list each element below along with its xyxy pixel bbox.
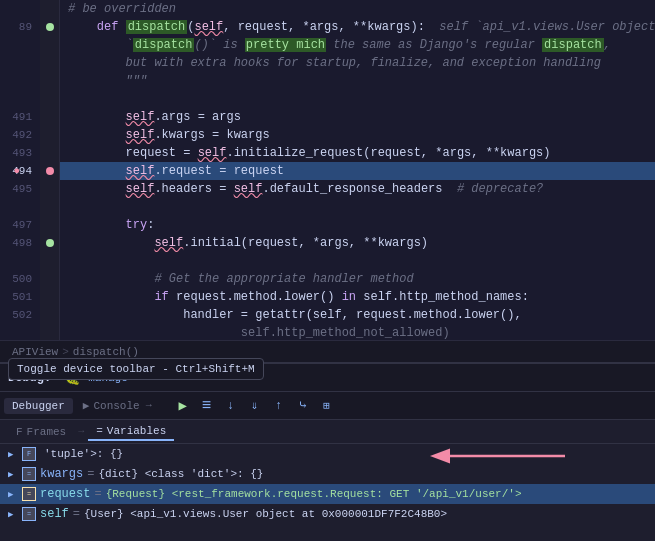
var-eq: = (94, 487, 101, 501)
variable-row-request[interactable]: ▶ = request = {Request} <rest_framework.… (0, 484, 655, 504)
gutter (40, 72, 60, 90)
gutter (40, 324, 60, 340)
force-step-into-button[interactable]: ⇓ (244, 395, 266, 417)
breadcrumb-sep: > (62, 346, 69, 358)
line-number: 498 (0, 234, 40, 252)
editor-area: # be overridden 89 def dispatch(self, re… (0, 0, 655, 340)
code-content (60, 252, 655, 270)
gutter-dot (46, 239, 54, 247)
variables-label: Variables (107, 425, 166, 437)
breadcrumb-class: APIView (12, 346, 58, 358)
console-icon: ▶ (83, 399, 90, 412)
line-number: 491 (0, 108, 40, 126)
code-line (0, 198, 655, 216)
code-line: 501 if request.method.lower() in self.ht… (0, 288, 655, 306)
code-line: but with extra hooks for startup, finali… (0, 54, 655, 72)
frames-panel-tab[interactable]: F Frames (8, 424, 74, 440)
code-content: self.headers = self.default_response_hea… (60, 180, 655, 198)
arrow-right: → (78, 426, 84, 437)
line-number: 494 (0, 162, 40, 180)
line-number (0, 324, 40, 340)
gutter (40, 90, 60, 108)
variables-icon: = (96, 425, 103, 437)
tooltip-text: Toggle device toolbar - Ctrl+Shift+M (17, 363, 255, 375)
code-line (0, 252, 655, 270)
line-number (0, 90, 40, 108)
variable-row[interactable]: ▶ = kwargs = {dict} <class 'dict'>: {} (0, 464, 655, 484)
gutter (40, 306, 60, 324)
debug-panel-tabs: F Frames → = Variables (0, 420, 655, 444)
line-number (0, 36, 40, 54)
code-line: 492 self.kwargs = kwargs (0, 126, 655, 144)
line-number: 500 (0, 270, 40, 288)
code-content: `dispatch()` is pretty mich the same as … (60, 36, 655, 54)
code-line: self.http_method_not_allowed) (0, 324, 655, 340)
gutter (40, 270, 60, 288)
gutter (40, 54, 60, 72)
code-line: 493 request = self.initialize_request(re… (0, 144, 655, 162)
var-type-icon: F (22, 447, 36, 461)
gutter (40, 162, 60, 180)
code-content: self.initial(request, *args, **kwargs) (60, 234, 655, 252)
code-content: """ (60, 72, 655, 90)
line-number (0, 0, 40, 18)
gutter (40, 216, 60, 234)
code-content: # be overridden (60, 0, 655, 18)
code-line: 491 self.args = args (0, 108, 655, 126)
code-line: # be overridden (0, 0, 655, 18)
console-tab-label: Console (93, 400, 139, 412)
var-eq: = (87, 467, 94, 481)
run-to-cursor-button[interactable]: ⤷ (292, 395, 314, 417)
code-content: def dispatch(self, request, *args, **kwa… (60, 18, 655, 36)
resume-button[interactable]: ▶ (172, 395, 194, 417)
debug-panel: Debug: 🐛 manage × Debugger ▶ Console → ▶… (0, 362, 655, 541)
step-over-button[interactable]: ≡ (196, 395, 218, 417)
code-content: try: (60, 216, 655, 234)
code-content: self.kwargs = kwargs (60, 126, 655, 144)
expand-arrow[interactable]: ▶ (8, 509, 22, 520)
line-number: 497 (0, 216, 40, 234)
code-line: 498 self.initial(request, *args, **kwarg… (0, 234, 655, 252)
variable-row[interactable]: ▶ F 'tuple'>: {} (0, 444, 655, 464)
code-content: but with extra hooks for startup, finali… (60, 54, 655, 72)
expand-arrow[interactable]: ▶ (8, 469, 22, 480)
code-content: request = self.initialize_request(reques… (60, 144, 655, 162)
code-line-highlighted: 494 self.request = request (0, 162, 655, 180)
step-out-button[interactable]: ↑ (268, 395, 290, 417)
gutter (40, 126, 60, 144)
code-content: self.request = request (60, 162, 655, 180)
step-into-button[interactable]: ↓ (220, 395, 242, 417)
expand-arrow[interactable]: ▶ (8, 489, 22, 500)
var-name: request (40, 487, 90, 501)
line-number: 493 (0, 144, 40, 162)
code-line: 89 def dispatch(self, request, *args, **… (0, 18, 655, 36)
line-number (0, 198, 40, 216)
console-close-button[interactable]: → (146, 400, 152, 411)
line-number: 495 (0, 180, 40, 198)
var-eq: = (73, 507, 80, 521)
line-number (0, 72, 40, 90)
var-value: {User} <api_v1.views.User object at 0x00… (84, 508, 647, 520)
code-content (60, 90, 655, 108)
evaluate-button[interactable]: ⊞ (316, 395, 338, 417)
code-content: handler = getattr(self, request.method.l… (60, 306, 655, 324)
breadcrumb-method: dispatch() (73, 346, 139, 358)
gutter (40, 108, 60, 126)
variables-panel-tab[interactable]: = Variables (88, 423, 174, 441)
debugger-tab-label: Debugger (12, 400, 65, 412)
code-content (60, 198, 655, 216)
debugger-tab[interactable]: Debugger (4, 398, 73, 414)
variable-row[interactable]: ▶ = self = {User} <api_v1.views.User obj… (0, 504, 655, 524)
console-tab[interactable]: ▶ Console → (75, 397, 160, 414)
gutter (40, 18, 60, 36)
code-line: """ (0, 72, 655, 90)
tooltip-overlay: Toggle device toolbar - Ctrl+Shift+M (8, 358, 264, 380)
code-line (0, 90, 655, 108)
gutter (40, 180, 60, 198)
expand-arrow[interactable]: ▶ (8, 449, 22, 460)
gutter (40, 144, 60, 162)
code-line: 495 self.headers = self.default_response… (0, 180, 655, 198)
var-name: kwargs (40, 467, 83, 481)
frames-icon: F (16, 426, 23, 438)
gutter (40, 234, 60, 252)
